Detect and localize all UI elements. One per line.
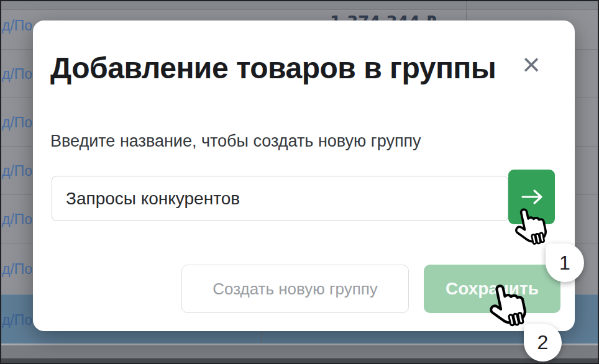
table-row-label: д/По (2, 261, 32, 278)
column-divider (466, 0, 467, 20)
table-row-label: д/По (2, 163, 32, 180)
group-name-input[interactable] (52, 176, 508, 221)
screen-edge (0, 0, 599, 1)
modal-subtitle: Введите название, чтобы создать новую гр… (50, 132, 421, 151)
table-row-label: д/По (2, 211, 32, 228)
annotation-badge-2: 2 (524, 324, 562, 362)
table-row-label: д/По (2, 312, 32, 329)
close-icon: × (522, 51, 540, 78)
table-header-band (0, 0, 599, 10)
table-row-label: д/По (2, 114, 32, 131)
table-row-label: д/По (2, 17, 32, 34)
table-row-label: д/По (2, 66, 32, 83)
close-button[interactable]: × (518, 51, 545, 78)
modal-title: Добавление товаров в группы (50, 51, 523, 85)
screen-edge (0, 0, 1, 364)
annotation-badge-1: 1 (546, 243, 584, 282)
table-bottom-row (0, 345, 599, 358)
screen: 1 374 344 ₽ д/По д/По д/По д/По д/По д/П… (0, 0, 599, 364)
create-group-button[interactable]: Создать новую группу (181, 265, 409, 313)
